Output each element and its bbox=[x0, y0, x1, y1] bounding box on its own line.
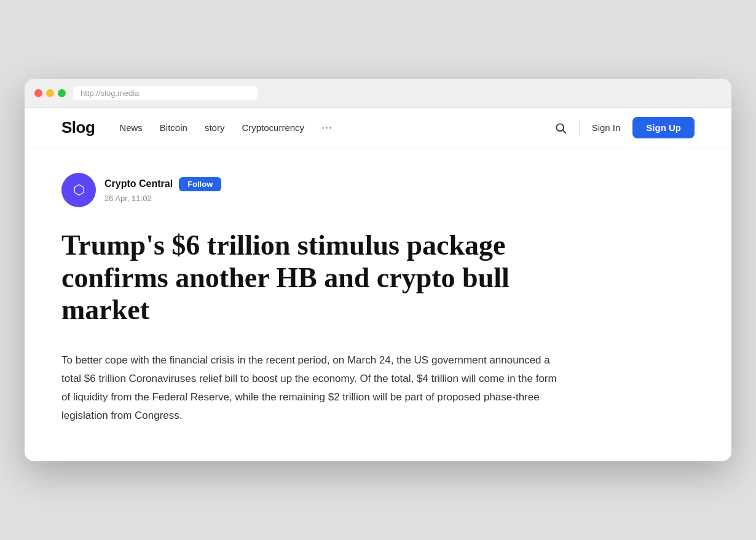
search-button[interactable] bbox=[554, 122, 567, 134]
signup-button[interactable]: Sign Up bbox=[632, 117, 695, 138]
svg-line-1 bbox=[562, 130, 565, 133]
traffic-lights bbox=[34, 89, 66, 97]
nav-item-news[interactable]: News bbox=[119, 122, 143, 133]
follow-button[interactable]: Follow bbox=[179, 177, 221, 191]
author-info: Crypto Central Follow 26 Apr, 11:02 bbox=[104, 177, 221, 203]
url-domain: slog.media bbox=[101, 89, 140, 98]
close-button[interactable] bbox=[34, 89, 42, 97]
browser-window: http://slog.media Slog News Bitcoin stor… bbox=[25, 79, 731, 462]
nav-actions: Sign In Sign Up bbox=[554, 117, 695, 138]
minimize-button[interactable] bbox=[46, 89, 54, 97]
browser-chrome: http://slog.media bbox=[25, 79, 731, 108]
author-name-row: Crypto Central Follow bbox=[104, 177, 221, 191]
url-prefix: http:// bbox=[81, 89, 101, 98]
navbar: Slog News Bitcoin story Cryptocurrency ·… bbox=[25, 108, 731, 148]
nav-item-story[interactable]: story bbox=[205, 122, 225, 133]
nav-more-button[interactable]: ··· bbox=[321, 121, 333, 134]
nav-item-bitcoin[interactable]: Bitcoin bbox=[160, 122, 187, 133]
avatar: ⬡ bbox=[61, 173, 96, 207]
nav-links: News Bitcoin story Cryptocurrency ··· bbox=[119, 121, 554, 134]
article-content: ⬡ Crypto Central Follow 26 Apr, 11:02 Tr… bbox=[25, 148, 731, 462]
nav-item-cryptocurrency[interactable]: Cryptocurrency bbox=[242, 122, 304, 133]
article-title: Trump's $6 trillion stimulus package con… bbox=[61, 229, 565, 327]
address-bar[interactable]: http://slog.media bbox=[73, 86, 258, 100]
author-name: Crypto Central bbox=[104, 178, 173, 189]
article-body: To better cope with the financial crisis… bbox=[61, 351, 565, 424]
maximize-button[interactable] bbox=[58, 89, 66, 97]
signin-button[interactable]: Sign In bbox=[592, 122, 621, 133]
avatar-icon: ⬡ bbox=[73, 182, 85, 198]
nav-divider bbox=[579, 121, 580, 135]
author-row: ⬡ Crypto Central Follow 26 Apr, 11:02 bbox=[61, 173, 695, 207]
post-date: 26 Apr, 11:02 bbox=[104, 194, 221, 203]
site-logo[interactable]: Slog bbox=[61, 118, 95, 137]
search-icon bbox=[554, 122, 567, 134]
